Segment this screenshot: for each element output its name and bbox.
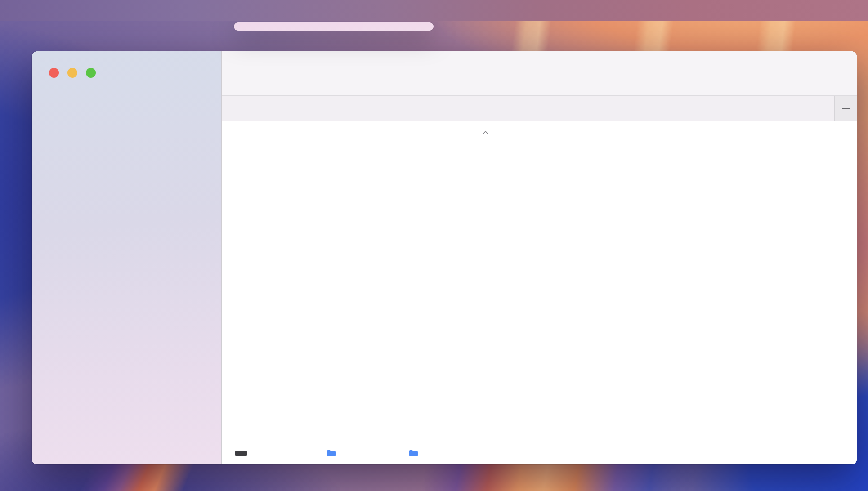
content-pane [221, 51, 857, 464]
tab-bar [222, 95, 857, 121]
toolbar [222, 51, 857, 95]
finder-window [32, 51, 857, 464]
file-list [222, 145, 857, 464]
desktop-screen [0, 0, 868, 491]
sidebar-list [32, 51, 221, 464]
path-bar [222, 442, 857, 464]
folder-icon[interactable] [408, 449, 419, 457]
menu-bar [0, 0, 868, 21]
go-menu [234, 22, 434, 31]
sidebar [32, 51, 221, 464]
disk-icon[interactable] [235, 451, 247, 456]
sort-ascending-icon [482, 129, 489, 135]
folder-icon[interactable] [326, 449, 336, 457]
plus-icon [840, 103, 852, 114]
new-tab-button[interactable] [834, 96, 857, 121]
column-headers [222, 121, 857, 145]
